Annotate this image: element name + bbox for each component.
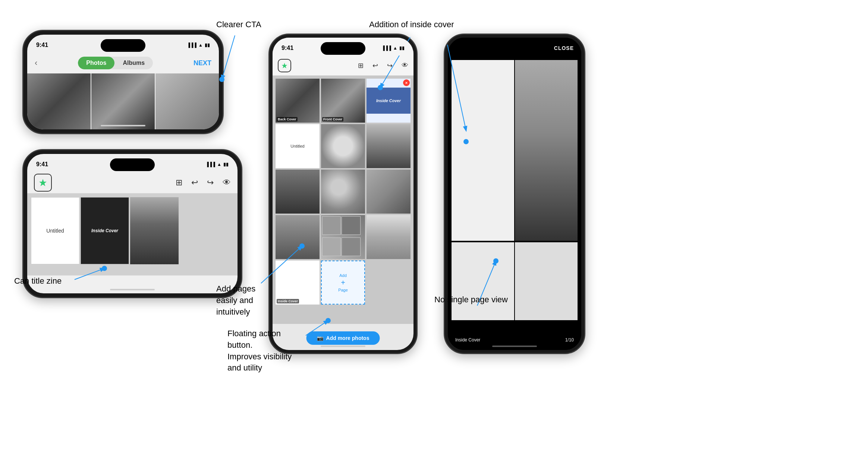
add-photos-label: Add more photos: [326, 335, 369, 341]
grid-cars[interactable]: [276, 215, 320, 259]
untitled-label: Untitled: [290, 144, 304, 148]
svg-line-0: [222, 35, 235, 79]
preview-bottom-left[interactable]: [452, 242, 514, 320]
preview-content: [452, 60, 578, 320]
eye-icon-3[interactable]: 👁: [402, 62, 408, 69]
no-single-page-label: No single page view: [434, 294, 508, 305]
grid-empty: [367, 261, 411, 305]
grid-people[interactable]: [367, 170, 411, 214]
grid-circle-pattern[interactable]: [321, 124, 365, 168]
time-3: 9:41: [282, 45, 293, 51]
redo-icon[interactable]: ↪: [207, 178, 214, 187]
battery-icon-2: ▮▮: [223, 162, 229, 167]
close-x-button[interactable]: ×: [403, 79, 410, 86]
notch-2: [110, 158, 155, 171]
pages-grid-main: Back Cover Front Cover × Inside Cover Un…: [273, 76, 413, 324]
phone3-screen: 9:41 ▐▐▐ ▲ ▮▮ ⊞ ↩ ↪ 👁: [273, 38, 413, 350]
battery-icon: ▮▮: [205, 42, 210, 48]
inside-cover-label: Inside Cover: [81, 198, 129, 264]
eye-icon[interactable]: 👁: [223, 178, 231, 187]
status-icons-1: ▐▐▐ ▲ ▮▮: [187, 42, 210, 48]
time-1: 9:41: [36, 42, 48, 48]
home-indicator-3: [321, 346, 365, 347]
wifi-icon-2: ▲: [217, 162, 221, 167]
undo-icon-3[interactable]: ↩: [372, 62, 378, 70]
floating-action-label: Floating action button.Improves visibili…: [227, 328, 302, 374]
page-label: Page: [338, 288, 348, 292]
inside-cover-preview-label: Inside Cover: [455, 337, 480, 343]
preview-spread: [452, 60, 578, 241]
preview-page-right[interactable]: [515, 60, 578, 241]
tool-icons-3: ⊞ ↩ ↪ 👁: [358, 62, 408, 70]
star-icon-3[interactable]: [278, 59, 291, 72]
photo-thumb-1[interactable]: [27, 73, 91, 129]
page-count-label: 1/10: [565, 337, 574, 343]
add-plus-icon: +: [341, 278, 345, 287]
tool-icons-group: ⊞ ↩ ↪ 👁: [176, 178, 231, 187]
back-cover-label: Back Cover: [277, 117, 298, 122]
signal-icon: ▐▐▐: [187, 42, 197, 48]
grid-back-cover[interactable]: Back Cover: [276, 79, 320, 123]
clearer-cta-label: Clearer CTA: [216, 19, 261, 30]
editor-toolbar-3: ⊞ ↩ ↪ 👁: [273, 56, 413, 76]
grid-coins[interactable]: [321, 170, 365, 214]
grid-mountain[interactable]: [367, 124, 411, 168]
layout-icon-3[interactable]: ⊞: [358, 62, 364, 70]
page-untitled-label: Untitled: [46, 228, 64, 234]
phone1-top-frame: 9:41 ▐▐▐ ▲ ▮▮ ‹ Photos Albums NEXT: [22, 30, 224, 134]
phone3-center-frame: 9:41 ▐▐▐ ▲ ▮▮ ⊞ ↩ ↪ 👁: [268, 34, 418, 354]
home-indicator-2: [110, 289, 155, 290]
home-indicator-4: [492, 346, 537, 347]
add-pages-label: Add pages easily and intuitively: [216, 283, 276, 318]
grid-landscape-1[interactable]: [276, 170, 320, 214]
add-label: Add: [339, 273, 347, 278]
grid-inside-cover-bottom[interactable]: Inside Cover: [276, 261, 320, 305]
notch-3: [321, 42, 365, 55]
status-icons-2: ▐▐▐ ▲ ▮▮: [206, 162, 229, 167]
preview-bottom-right[interactable]: [515, 242, 578, 320]
page-untitled[interactable]: Untitled: [31, 197, 79, 264]
notch-1: [101, 39, 145, 52]
photos-grid: [27, 73, 219, 129]
can-title-zine-label: Can title zine: [14, 276, 62, 287]
addition-inside-cover-label: Addition of inside cover: [369, 19, 454, 30]
inside-cover-bottom-label: Inside Cover: [277, 299, 299, 303]
preview-bottom-bar: Inside Cover 1/10: [448, 337, 581, 343]
signal-icon-2: ▐▐▐: [206, 162, 216, 167]
add-page-button[interactable]: Add + Page: [321, 261, 365, 305]
back-button[interactable]: ‹: [35, 58, 37, 68]
photo-thumb-2[interactable]: [91, 73, 155, 129]
next-button[interactable]: NEXT: [194, 59, 211, 67]
time-2: 9:41: [36, 161, 48, 168]
star-icon[interactable]: [34, 174, 52, 192]
editor-toolbar-2: ⊞ ↩ ↪ 👁: [27, 172, 238, 193]
phone1-screen: 9:41 ▐▐▐ ▲ ▮▮ ‹ Photos Albums NEXT: [27, 35, 219, 129]
add-more-photos-button[interactable]: 📷 Add more photos: [306, 331, 380, 345]
signal-icon-3: ▐▐▐: [382, 45, 391, 51]
grid-untitled[interactable]: Untitled: [276, 124, 320, 168]
close-button[interactable]: CLOSE: [554, 45, 574, 51]
phone4-right-frame: CLOSE Inside Cover 1/10: [444, 34, 585, 354]
albums-tab[interactable]: Albums: [114, 57, 153, 69]
front-cover-label: Front Cover: [322, 117, 343, 122]
photos-tab[interactable]: Photos: [78, 57, 114, 69]
segment-control[interactable]: Photos Albums: [78, 57, 153, 69]
redo-icon-3[interactable]: ↪: [387, 62, 393, 70]
page-landscape[interactable]: [130, 197, 179, 264]
undo-icon[interactable]: ↩: [191, 178, 198, 187]
wifi-icon-3: ▲: [393, 45, 397, 51]
grid-stamps[interactable]: [321, 215, 365, 259]
photo-thumb-3[interactable]: [155, 73, 219, 129]
home-indicator-1: [101, 125, 145, 126]
grid-building[interactable]: [367, 215, 411, 259]
grid-inside-cover-top[interactable]: × Inside Cover: [367, 79, 411, 123]
wifi-icon: ▲: [198, 42, 203, 48]
nav-bar: ‹ Photos Albums NEXT: [27, 53, 219, 73]
battery-icon-3: ▮▮: [399, 45, 405, 51]
grid-front-cover[interactable]: Front Cover: [321, 79, 365, 123]
add-photos-icon: 📷: [317, 335, 323, 341]
page-inside-cover[interactable]: Inside Cover: [81, 197, 129, 264]
preview-page-left[interactable]: [452, 60, 514, 241]
layout-icon[interactable]: ⊞: [176, 178, 182, 187]
status-icons-3: ▐▐▐ ▲ ▮▮: [382, 45, 405, 51]
